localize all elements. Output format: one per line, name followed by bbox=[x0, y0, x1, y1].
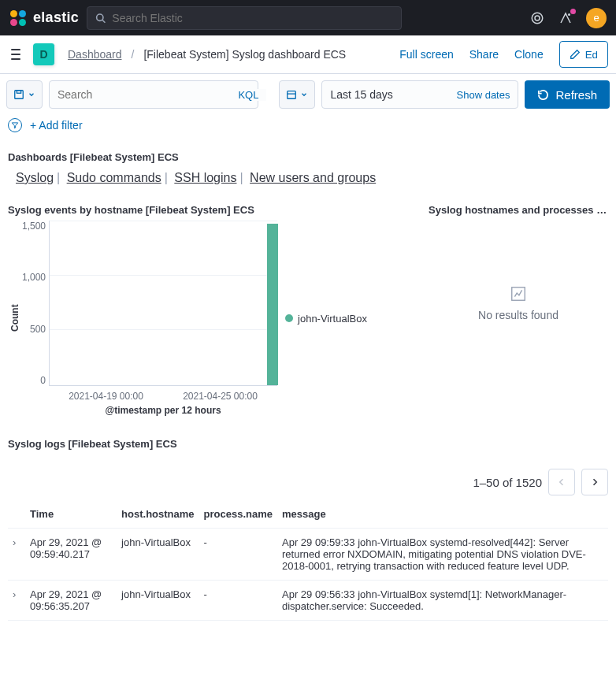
nav-syslog[interactable]: Syslog bbox=[16, 171, 54, 184]
app-badge[interactable]: D bbox=[33, 43, 55, 65]
histogram-title: Syslog events by hostname [Filebeat Syst… bbox=[8, 204, 417, 216]
elastic-logo-icon bbox=[9, 9, 27, 27]
cell-proc: - bbox=[199, 529, 277, 581]
nav-sudo[interactable]: Sudo commands bbox=[67, 171, 161, 184]
chevron-down-icon bbox=[28, 91, 35, 98]
page-prev-button[interactable] bbox=[548, 469, 575, 495]
cell-msg: Apr 29 09:56:33 john-VirtualBox systemd[… bbox=[277, 581, 608, 621]
cell-time: Apr 29, 2021 @ 09:56:35.207 bbox=[25, 581, 117, 621]
chart-empty-icon bbox=[510, 285, 527, 302]
svg-point-3 bbox=[535, 16, 540, 20]
legend-dot-icon bbox=[285, 314, 293, 322]
date-range-text: Last 15 days bbox=[322, 88, 400, 101]
chart-bar bbox=[267, 224, 278, 385]
y-axis-ticks: 1,500 1,000 500 0 bbox=[22, 221, 49, 386]
global-search-input[interactable] bbox=[112, 12, 393, 24]
global-header: elastic e bbox=[0, 0, 616, 35]
date-range-picker[interactable]: Last 15 days Show dates bbox=[321, 80, 518, 109]
query-input[interactable] bbox=[58, 88, 250, 101]
avatar[interactable]: e bbox=[586, 8, 607, 28]
svg-rect-5 bbox=[15, 91, 24, 99]
help-icon[interactable] bbox=[558, 10, 573, 26]
show-dates-link[interactable]: Show dates bbox=[449, 89, 518, 101]
dashboard-nav-links: Syslog| Sudo commands| SSH logins| New u… bbox=[16, 171, 608, 185]
notification-dot-icon bbox=[570, 9, 576, 14]
svg-point-0 bbox=[97, 14, 103, 20]
expand-toggle[interactable]: › bbox=[13, 588, 16, 600]
logs-table: Time host.hostname process.name message … bbox=[8, 500, 608, 621]
brand-logo[interactable]: elastic bbox=[9, 9, 79, 27]
refresh-label: Refresh bbox=[555, 88, 597, 102]
chevron-right-icon bbox=[590, 477, 599, 487]
query-bar: KQL Last 15 days Show dates Refresh bbox=[0, 74, 616, 115]
chevron-left-icon bbox=[557, 477, 566, 487]
funnel-icon bbox=[11, 121, 19, 129]
search-icon bbox=[95, 13, 106, 24]
no-results: No results found bbox=[429, 221, 608, 386]
refresh-button[interactable]: Refresh bbox=[525, 80, 610, 109]
y-axis-label: Count bbox=[8, 221, 22, 416]
refresh-icon bbox=[537, 89, 549, 101]
cell-host: john-VirtualBox bbox=[117, 529, 199, 581]
pencil-icon bbox=[570, 49, 581, 60]
page-header: D Dashboard / [Filebeat System] Syslog d… bbox=[0, 35, 616, 74]
filter-bar: + Add filter bbox=[0, 115, 616, 140]
svg-rect-7 bbox=[288, 91, 296, 99]
col-time[interactable]: Time bbox=[25, 500, 117, 529]
table-row: › Apr 29, 2021 @ 09:59:40.217 john-Virtu… bbox=[8, 529, 608, 581]
global-search[interactable] bbox=[87, 6, 402, 30]
add-filter-button[interactable]: + Add filter bbox=[30, 119, 83, 132]
logs-title: Syslog logs [Filebeat System] ECS bbox=[8, 438, 608, 450]
calendar-icon bbox=[286, 89, 297, 100]
cell-host: john-VirtualBox bbox=[117, 581, 199, 621]
col-host[interactable]: host.hostname bbox=[117, 500, 199, 529]
newsfeed-icon[interactable] bbox=[529, 10, 545, 26]
chevron-down-icon bbox=[300, 91, 308, 98]
saved-query-button[interactable] bbox=[6, 80, 43, 109]
filter-options-button[interactable] bbox=[8, 118, 22, 132]
breadcrumb-current: [Filebeat System] Syslog dashboard ECS bbox=[143, 48, 346, 61]
nav-users[interactable]: New users and groups bbox=[250, 171, 376, 184]
breadcrumb-sep: / bbox=[132, 48, 135, 61]
table-row: › Apr 29, 2021 @ 09:56:35.207 john-Virtu… bbox=[8, 581, 608, 621]
pie-title: Syslog hostnames and processes [F… bbox=[429, 204, 608, 216]
clone-button[interactable]: Clone bbox=[514, 48, 544, 61]
edit-label: Ed bbox=[585, 49, 598, 61]
query-lang-toggle[interactable]: KQL bbox=[230, 89, 266, 101]
pagination-range: 1–50 of 1520 bbox=[473, 476, 542, 489]
share-button[interactable]: Share bbox=[469, 48, 499, 61]
cell-proc: - bbox=[199, 581, 277, 621]
nav-ssh[interactable]: SSH logins bbox=[174, 171, 236, 184]
no-results-text: No results found bbox=[478, 309, 558, 321]
brand-name: elastic bbox=[33, 9, 79, 26]
edit-button[interactable]: Ed bbox=[559, 41, 608, 68]
cell-msg: Apr 29 09:59:33 john-VirtualBox systemd-… bbox=[277, 529, 608, 581]
col-msg[interactable]: message bbox=[277, 500, 608, 529]
x-axis-label: @timestamp per 12 hours bbox=[49, 405, 277, 416]
svg-point-4 bbox=[568, 13, 570, 16]
col-proc[interactable]: process.name bbox=[199, 500, 277, 529]
date-quick-button[interactable] bbox=[279, 80, 315, 109]
histogram-panel: Syslog events by hostname [Filebeat Syst… bbox=[8, 204, 417, 416]
markdown-title: Dashboards [Filebeat System] ECS bbox=[8, 151, 608, 163]
x-axis-ticks: 2021-04-19 00:00 2021-04-25 00:00 bbox=[49, 391, 277, 402]
fullscreen-button[interactable]: Full screen bbox=[399, 48, 453, 61]
expand-toggle[interactable]: › bbox=[13, 536, 16, 548]
chart-legend[interactable]: john-VirtualBox bbox=[285, 221, 367, 416]
svg-rect-6 bbox=[17, 91, 20, 94]
pie-panel: Syslog hostnames and processes [F… No re… bbox=[429, 204, 608, 416]
legend-label: john-VirtualBox bbox=[298, 313, 367, 325]
chart-plot[interactable] bbox=[49, 221, 277, 386]
nav-toggle-button[interactable] bbox=[8, 46, 24, 63]
svg-line-1 bbox=[102, 20, 105, 22]
svg-point-2 bbox=[532, 13, 543, 24]
disk-icon bbox=[13, 89, 24, 100]
cell-time: Apr 29, 2021 @ 09:59:40.217 bbox=[25, 529, 117, 581]
page-next-button[interactable] bbox=[581, 469, 608, 495]
breadcrumb-root[interactable]: Dashboard bbox=[68, 48, 122, 61]
query-input-wrap[interactable] bbox=[49, 80, 258, 109]
